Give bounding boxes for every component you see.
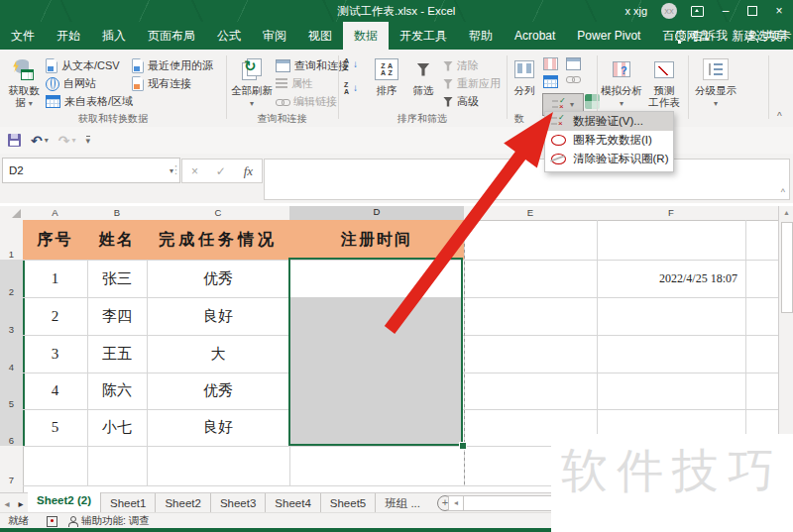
advanced-filter-button[interactable]: 高级 [443, 93, 479, 110]
get-data-button[interactable]: 获取数 据 ▾ [2, 55, 46, 110]
signed-in-user[interactable]: x xjg [624, 5, 647, 17]
cell-C6[interactable]: 良好 [147, 409, 289, 446]
cell-B5[interactable]: 陈六 [87, 372, 147, 409]
cell-C3[interactable]: 良好 [147, 297, 289, 335]
cell-A1[interactable]: 序号 [23, 220, 87, 260]
formula-input[interactable]: ^ [264, 159, 790, 200]
vertical-scrollbar[interactable]: ▲ [778, 206, 793, 454]
cell-D1[interactable]: 注册时间 [289, 220, 464, 260]
cell-B1[interactable]: 姓名 [87, 220, 147, 260]
fill-handle[interactable] [459, 442, 467, 450]
tab-view[interactable]: 视图 [297, 22, 343, 50]
sheet-tab-sheet4[interactable]: Sheet4 [266, 493, 320, 513]
cell-C2[interactable]: 优秀 [147, 260, 289, 297]
avatar[interactable]: XX [661, 3, 677, 19]
column-header-F[interactable]: F [597, 206, 746, 221]
row-header-7[interactable]: 7 [0, 446, 24, 486]
cell-A3[interactable]: 2 [23, 297, 87, 335]
relationships-button[interactable] [566, 75, 581, 88]
flash-fill-button[interactable] [543, 57, 558, 70]
cell-B3[interactable]: 李四 [87, 297, 147, 335]
cell-A6[interactable]: 5 [23, 409, 87, 446]
restore-button[interactable] [747, 6, 757, 16]
share-button[interactable]: 共享 [763, 28, 787, 45]
cell-A4[interactable]: 3 [23, 335, 87, 372]
menu-item-data-validation[interactable]: ✓ × 数据验证(V)... [545, 112, 673, 131]
tab-acrobat[interactable]: Acrobat [504, 22, 566, 50]
select-all-corner[interactable] [0, 206, 24, 221]
column-header-E[interactable]: E [464, 206, 598, 221]
sort-ascending-button[interactable]: AZ ↓ [344, 55, 358, 72]
refresh-all-button[interactable]: ↻ 全部刷新 ▾ [230, 55, 274, 110]
outline-button[interactable]: 分级显示 ▾ [694, 55, 737, 110]
sheet-tab-sheet3[interactable]: Sheet3 [211, 493, 266, 513]
sheet-nav-right-icon[interactable]: ▸ [14, 498, 28, 509]
text-to-columns-button[interactable]: 分列 [509, 55, 540, 96]
sheet-tab-banzu[interactable]: 班组 ... [376, 493, 429, 513]
row-header-3[interactable]: 3 [0, 297, 25, 336]
insert-function-icon[interactable]: fx [244, 163, 253, 179]
sheet-tab-active[interactable]: Sheet2 (2) [28, 492, 101, 514]
hscroll-left-icon[interactable]: ◂ [448, 495, 464, 511]
menu-item-clear-validation-circles[interactable]: 清除验证标识圈(R) [545, 150, 673, 168]
tab-power-pivot[interactable]: Power Pivot [566, 22, 651, 50]
cell-C1[interactable]: 完成任务情况 [147, 220, 289, 260]
row-header-4[interactable]: 4 [0, 335, 25, 373]
cell-B2[interactable]: 张三 [87, 260, 147, 297]
collapse-ribbon-button[interactable]: ^ [777, 111, 782, 122]
cell-C4[interactable]: 大 [147, 335, 289, 372]
collapse-formula-bar-icon[interactable]: ^ [781, 187, 785, 197]
row-header-5[interactable]: 5 [0, 372, 25, 410]
cancel-entry-icon[interactable]: × [191, 164, 198, 178]
save-icon[interactable] [8, 134, 21, 147]
tab-help[interactable]: 帮助 [458, 22, 504, 50]
forecast-sheet-button[interactable]: 预测 工作表 [644, 55, 684, 108]
minimize-button[interactable]: – [718, 0, 734, 22]
cell-A5[interactable]: 4 [23, 372, 87, 409]
cell-F2[interactable]: 2022/4/25 18:07 [597, 260, 745, 297]
tab-page-layout[interactable]: 页面布局 [137, 22, 206, 50]
cell-A2[interactable]: 1 [23, 260, 87, 297]
close-button[interactable]: × [771, 0, 787, 22]
tab-file[interactable]: 文件 [0, 22, 46, 50]
macro-record-icon[interactable] [47, 516, 57, 527]
column-header-G-partial[interactable] [745, 206, 779, 221]
tab-formulas[interactable]: 公式 [206, 22, 252, 50]
sheet-nav-left-icon[interactable]: ◂ [0, 498, 14, 509]
menu-item-circle-invalid-data[interactable]: 圈释无效数据(I) [545, 131, 673, 150]
tab-developer[interactable]: 开发工具 [389, 22, 458, 50]
cell-B6[interactable]: 小七 [87, 409, 147, 446]
remove-duplicates-button[interactable] [543, 75, 558, 88]
existing-connections-button[interactable]: 现有连接 [132, 75, 191, 92]
ribbon-display-options-icon[interactable] [691, 6, 704, 17]
confirm-entry-icon[interactable]: ✓ [216, 164, 226, 178]
horizontal-scrollbar[interactable]: ◂ [448, 495, 559, 509]
row-header-1[interactable]: 1 [0, 220, 24, 261]
filter-button[interactable]: 筛选 [406, 55, 440, 96]
hscroll-track[interactable] [464, 495, 559, 511]
scrollbar-thumb[interactable] [781, 222, 793, 313]
customize-qat-button[interactable]: ▾ [86, 136, 91, 145]
tab-insert[interactable]: 插入 [91, 22, 137, 50]
sheet-tab-sheet1[interactable]: Sheet1 [101, 493, 156, 513]
undo-button[interactable]: ↶ ▾ [31, 134, 49, 148]
column-header-B[interactable]: B [87, 206, 148, 221]
tell-me[interactable]: 告诉我 [692, 28, 728, 45]
column-header-A[interactable]: A [23, 206, 88, 221]
sort-descending-button[interactable]: ZA ↓ [344, 79, 358, 96]
cell-C5[interactable]: 优秀 [147, 372, 289, 409]
name-box[interactable]: D2 ▾ [2, 158, 180, 183]
column-header-C[interactable]: C [147, 206, 290, 221]
row-header-2[interactable]: 2 [0, 260, 25, 298]
consolidate-button[interactable] [566, 57, 581, 70]
formula-bar-splitter[interactable]: ⋮ [170, 163, 181, 176]
sheet-tab-sheet2[interactable]: Sheet2 [156, 493, 210, 513]
cell-B4[interactable]: 王五 [87, 335, 147, 372]
recent-sources-button[interactable]: 最近使用的源 [132, 57, 213, 74]
tab-review[interactable]: 审阅 [252, 22, 297, 50]
accessibility-status[interactable]: 辅助功能: 调查 [81, 514, 150, 528]
from-table-range-button[interactable]: 来自表格/区域 [46, 93, 133, 110]
sort-button[interactable]: ZA AZ 排序 [369, 55, 404, 96]
row-header-6[interactable]: 6 [0, 409, 25, 447]
what-if-analysis-button[interactable]: ? 模拟分析 ▾ [601, 55, 642, 110]
